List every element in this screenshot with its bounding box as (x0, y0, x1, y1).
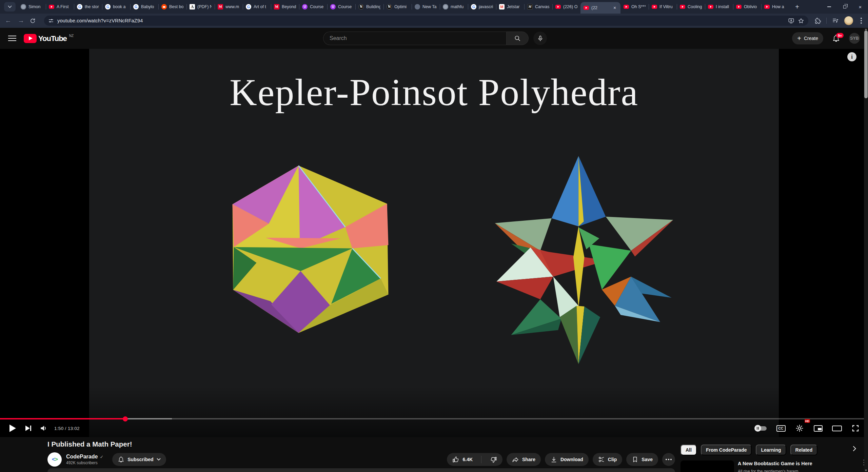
filter-chip[interactable]: Learning (756, 445, 786, 455)
filter-chip[interactable]: Related (790, 445, 818, 455)
gear-icon (795, 424, 804, 432)
reload-icon[interactable] (30, 18, 38, 24)
bookmark-star-icon[interactable] (798, 18, 804, 24)
more-actions-button[interactable] (662, 453, 675, 466)
share-button[interactable]: Share (507, 453, 541, 466)
browser-tab[interactable]: Oblivio × (733, 0, 761, 14)
video-info-icon[interactable]: i (847, 52, 856, 61)
tab-label: (226) O (563, 4, 577, 9)
clip-button[interactable]: Clip (593, 453, 622, 466)
tab-favicon (387, 4, 392, 9)
channel-name[interactable]: CodeParade (66, 454, 98, 460)
tab-label: mathfu (451, 4, 465, 9)
browser-tab[interactable]: Course × (299, 0, 327, 14)
browser-tab[interactable]: I install × (705, 0, 733, 14)
related-video-title[interactable]: A New Boobtastic Game is Here (738, 460, 857, 467)
browser-tab[interactable]: www.m × (215, 0, 243, 14)
guide-hamburger-icon[interactable] (8, 34, 16, 42)
dislike-button[interactable] (485, 453, 502, 466)
browser-tab[interactable]: Cooling × (677, 0, 705, 14)
chips-scroll-chevron-icon[interactable] (853, 446, 856, 451)
play-button[interactable] (5, 420, 20, 436)
fullscreen-button[interactable] (848, 420, 863, 436)
player-controls: 1:50 / 13:02 CC HD (0, 419, 868, 437)
browser-tab[interactable]: Jetstar × (496, 0, 524, 14)
browser-tab[interactable]: How a × (761, 0, 789, 14)
create-button[interactable]: + Create (792, 32, 823, 44)
search-input[interactable] (323, 32, 506, 45)
browser-tab[interactable]: Optimi × (383, 0, 412, 14)
great-dodecahedron-graphic (224, 161, 397, 361)
volume-button[interactable] (36, 420, 52, 436)
tab-label: Course (338, 4, 352, 9)
description-box-top[interactable] (47, 468, 675, 472)
settings-button[interactable]: HD (792, 420, 807, 436)
browser-tab[interactable]: Best bo × (158, 0, 186, 14)
browser-tab[interactable]: javascri × (468, 0, 496, 14)
browser-tab[interactable]: New Ta × (412, 0, 440, 14)
tab-label: Beyond (282, 4, 296, 9)
channel-avatar[interactable]: <> (47, 452, 62, 467)
tab-close-icon[interactable]: × (612, 5, 617, 11)
cc-icon: CC (776, 425, 786, 432)
filter-chip[interactable]: From CodeParade (701, 445, 752, 455)
browser-tab[interactable]: (PDF) N × (186, 0, 215, 14)
browser-tab[interactable]: Beyond × (271, 0, 299, 14)
share-label: Share (522, 457, 535, 462)
related-video-thumbnail[interactable] (680, 460, 734, 472)
notifications-bell-icon[interactable]: 9+ (832, 34, 840, 42)
filter-chip[interactable]: All (680, 445, 697, 455)
voice-search-mic-icon[interactable] (533, 32, 547, 45)
browser-tab[interactable]: Art of t × (243, 0, 271, 14)
autoplay-toggle[interactable] (755, 426, 767, 431)
browser-tab[interactable]: Simon × (18, 0, 46, 14)
extensions-puzzle-icon[interactable] (814, 18, 821, 24)
install-app-icon[interactable] (788, 18, 794, 24)
browser-tab[interactable]: Canvas × (524, 0, 552, 14)
scrollbar-down-arrow[interactable] (865, 470, 867, 471)
browser-tab[interactable]: Course × (327, 0, 355, 14)
url-omnibox[interactable]: youtube.com/watch?v=zVRNcRFaZ94 (44, 16, 808, 26)
next-button[interactable] (20, 420, 36, 436)
watch-metadata-section: I Published a Math Paper! <> CodeParade … (0, 437, 868, 472)
browser-tab[interactable]: (226) O × (552, 0, 580, 14)
browser-tab[interactable]: Babylo × (130, 0, 158, 14)
subscribed-button[interactable]: Subscribed (112, 453, 166, 466)
browser-tab[interactable]: A First × (46, 0, 74, 14)
download-button[interactable]: Download (545, 453, 589, 466)
miniplayer-button[interactable] (810, 420, 826, 436)
browser-profile-avatar[interactable] (844, 16, 853, 25)
window-restore-button[interactable] (837, 0, 852, 14)
youtube-logo[interactable]: YouTube NZ (24, 34, 74, 43)
browser-tab[interactable]: If Viltru × (649, 0, 677, 14)
page-scrollbar[interactable] (864, 28, 868, 472)
url-text[interactable]: youtube.com/watch?v=zVRNcRFaZ94 (57, 18, 785, 23)
window-minimize-button[interactable] (821, 0, 837, 14)
search-button[interactable] (506, 32, 529, 45)
like-button[interactable]: 6.4K (447, 453, 478, 466)
video-player[interactable]: Kepler-Poinsot Polyhedra (0, 49, 868, 437)
tab-search-button[interactable] (4, 2, 16, 12)
tab-label: Canvas (535, 4, 549, 9)
back-icon[interactable]: ← (4, 17, 12, 24)
site-info-tune-icon[interactable] (48, 18, 54, 24)
theater-mode-button[interactable] (829, 420, 845, 436)
new-tab-button[interactable]: + (792, 2, 802, 12)
account-avatar[interactable]: SYB (849, 33, 860, 44)
browser-tab[interactable]: (22 × (580, 2, 620, 14)
video-slide-title: Kepler-Poinsot Polyhedra (89, 71, 779, 114)
browser-tab[interactable]: the stor × (74, 0, 102, 14)
captions-button[interactable]: CC (773, 420, 789, 436)
scrollbar-thumb[interactable] (864, 31, 868, 98)
scrollbar-up-arrow[interactable] (865, 28, 867, 30)
browser-tab[interactable]: book a × (102, 0, 130, 14)
media-queue-icon[interactable] (832, 17, 839, 24)
save-button[interactable]: Save (626, 453, 658, 466)
window-close-button[interactable]: × (852, 0, 868, 14)
browser-menu-kebab-icon[interactable] (861, 20, 862, 21)
related-video-item[interactable]: A New Boobtastic Game is Here All rise f… (680, 460, 866, 472)
browser-tab[interactable]: Oh S*** × (620, 0, 649, 14)
forward-icon[interactable]: → (17, 17, 25, 24)
browser-tab[interactable]: Building × (355, 0, 383, 14)
browser-tab[interactable]: mathfu × (440, 0, 468, 14)
